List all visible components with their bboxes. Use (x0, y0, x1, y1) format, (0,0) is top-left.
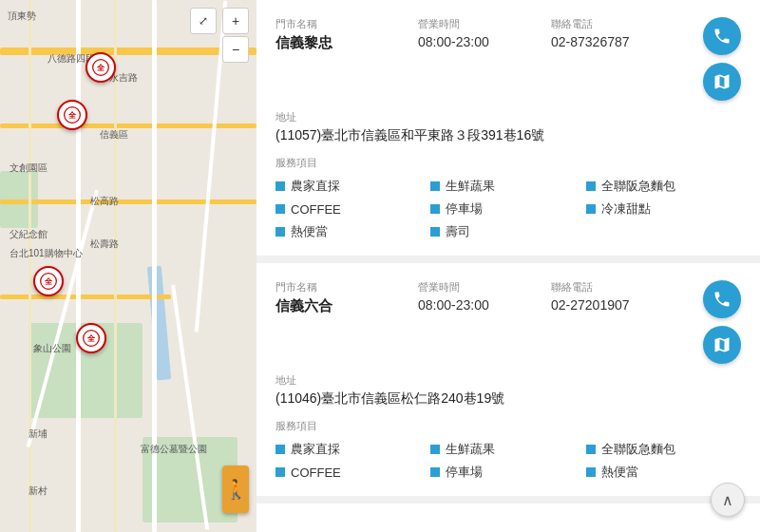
map-label-songgao: 松高路 (90, 195, 119, 208)
service-text: 農家直採 (291, 178, 340, 195)
service-item: 熱便當 (586, 464, 741, 481)
svg-text:全: 全 (97, 63, 105, 72)
store-card-1: 門市名稱 信義黎忠 營業時間 08:00-23:00 聯絡電話 02-87326… (256, 0, 760, 263)
service-item: 冷凍甜點 (586, 200, 741, 218)
service-item: 農家直採 (276, 178, 430, 195)
store2-phone-value: 02-27201907 (551, 297, 684, 313)
service-item: COFFEE (276, 464, 430, 481)
service-dot (276, 181, 285, 191)
service-text: 壽司 (446, 223, 470, 240)
service-text: 農家直採 (291, 441, 340, 458)
store2-call-btn[interactable] (703, 280, 741, 318)
store2-hours-label: 營業時間 (418, 280, 551, 294)
service-dot (586, 181, 596, 191)
map-label-dingdongshi: 頂東勢 (8, 10, 36, 23)
map-label-101: 台北101購物中心 (10, 247, 83, 260)
service-text: 熱便當 (601, 464, 638, 481)
service-item: 壽司 (430, 223, 585, 240)
service-text: 生鮮蔬果 (446, 178, 495, 195)
service-item: 生鮮蔬果 (430, 441, 585, 458)
map-label-fude: 富德公墓暨公園 (141, 443, 207, 456)
store1-hours-label: 營業時間 (418, 17, 551, 31)
zoom-out-btn[interactable]: − (222, 36, 249, 63)
store2-name-label: 門市名稱 (276, 280, 418, 294)
map-panel: 頂東勢 八德路四段 信義區 永吉路 文創園區 父紀念館 台北101購物中心 松高… (0, 0, 256, 532)
map-label-father: 父紀念館 (10, 228, 48, 241)
store1-services-grid: 農家直採 生鮮蔬果 全聯阪急麵包 COFFEE 停車場 (276, 178, 741, 240)
service-dot (586, 467, 596, 477)
service-item: 全聯阪急麵包 (586, 178, 741, 195)
service-text: COFFEE (291, 466, 341, 480)
store1-name-value: 信義黎忠 (276, 34, 418, 52)
store2-address-value: (11046)臺北市信義區松仁路240巷19號 (276, 390, 741, 408)
store2-name-value: 信義六合 (276, 297, 418, 315)
map-label-xiangshan: 象山公園 (33, 342, 71, 355)
map-label-xincun: 新村 (28, 484, 48, 498)
service-dot (430, 445, 440, 454)
service-dot (276, 204, 285, 214)
map-label-xinyi: 信義區 (100, 128, 128, 142)
service-item: 生鮮蔬果 (430, 178, 585, 195)
service-text: 停車場 (446, 464, 483, 481)
store-pin-3[interactable]: 全 (33, 266, 64, 296)
store1-address-value: (11057)臺北市信義區和平東路３段391巷16號 (276, 127, 741, 144)
service-dot (276, 227, 285, 237)
map-label-xinpu: 新埔 (28, 428, 48, 441)
store2-map-btn[interactable] (703, 326, 741, 364)
store2-address-label: 地址 (276, 373, 741, 388)
details-panel: 門市名稱 信義黎忠 營業時間 08:00-23:00 聯絡電話 02-87326… (256, 0, 760, 532)
store-card-2: 門市名稱 信義六合 營業時間 08:00-23:00 聯絡電話 02-27201… (256, 263, 760, 504)
service-dot (276, 445, 285, 454)
service-text: 生鮮蔬果 (446, 441, 495, 458)
store1-call-btn[interactable] (703, 17, 741, 55)
store1-hours-value: 08:00-23:00 (418, 34, 551, 49)
service-item: 停車場 (430, 464, 585, 481)
store1-name-label: 門市名稱 (276, 17, 418, 31)
service-dot (430, 227, 440, 237)
store-pin-4[interactable]: 全 (76, 323, 106, 353)
store1-phone-label: 聯絡電話 (551, 17, 684, 31)
store2-services-label: 服務項目 (276, 419, 741, 433)
pegman-icon[interactable]: 🚶 (222, 466, 249, 513)
map-zoom-controls[interactable]: + − (222, 8, 249, 63)
map-label-songshou: 松壽路 (90, 238, 119, 251)
svg-text:全: 全 (68, 110, 77, 120)
service-dot (276, 467, 285, 477)
service-dot (430, 204, 440, 214)
svg-text:全: 全 (87, 333, 96, 343)
service-item: 熱便當 (276, 223, 430, 240)
store2-services-grid: 農家直採 生鮮蔬果 全聯阪急麵包 COFFEE 停車場 (276, 441, 741, 481)
service-text: 全聯阪急麵包 (601, 178, 675, 195)
store1-phone-value: 02-87326787 (551, 34, 684, 49)
store1-map-btn[interactable] (703, 63, 741, 101)
svg-text:全: 全 (45, 276, 53, 286)
service-dot (430, 467, 440, 477)
service-dot (586, 445, 596, 454)
service-item: 全聯阪急麵包 (586, 441, 741, 458)
service-text: 全聯阪急麵包 (601, 441, 675, 458)
service-item: COFFEE (276, 200, 430, 218)
scroll-top-btn[interactable]: ∧ (711, 483, 745, 517)
store-pin-1[interactable]: 全 (86, 52, 116, 83)
store-pin-2[interactable]: 全 (57, 100, 87, 130)
map-expand-btn[interactable]: ⤢ (190, 8, 217, 34)
store2-hours-value: 08:00-23:00 (418, 297, 551, 313)
service-text: 熱便當 (291, 223, 328, 240)
service-text: COFFEE (291, 202, 341, 217)
service-item: 農家直採 (276, 441, 430, 458)
service-dot (586, 204, 596, 214)
store2-phone-label: 聯絡電話 (551, 280, 684, 294)
map-label-wenchuang: 文創園區 (10, 162, 48, 175)
service-text: 冷凍甜點 (601, 200, 651, 218)
store1-services-label: 服務項目 (276, 156, 741, 170)
store1-address-label: 地址 (276, 110, 741, 124)
zoom-in-btn[interactable]: + (222, 8, 249, 34)
service-dot (430, 181, 440, 191)
service-text: 停車場 (446, 200, 483, 218)
service-item: 停車場 (430, 200, 585, 218)
